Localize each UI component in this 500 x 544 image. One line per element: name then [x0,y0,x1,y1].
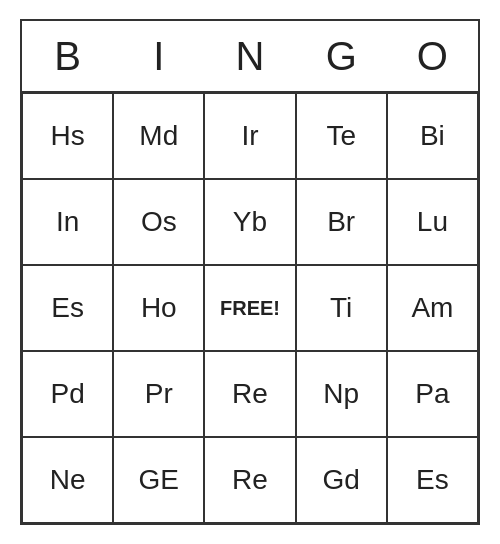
bingo-card: BINGO HsMdIrTeBiInOsYbBrLuEsHoFREE!TiAmP… [20,19,480,525]
cell-r2-c4: Am [387,265,478,351]
cell-r3-c4: Pa [387,351,478,437]
cell-r1-c2: Yb [204,179,295,265]
cell-r0-c3: Te [296,93,387,179]
cell-r3-c0: Pd [22,351,113,437]
header-letter-I: I [113,21,204,91]
header-letter-G: G [296,21,387,91]
cell-r4-c4: Es [387,437,478,523]
header-letter-B: B [22,21,113,91]
cell-r3-c1: Pr [113,351,204,437]
bingo-grid: HsMdIrTeBiInOsYbBrLuEsHoFREE!TiAmPdPrReN… [22,93,478,523]
cell-r1-c1: Os [113,179,204,265]
cell-r2-c2: FREE! [204,265,295,351]
cell-r4-c1: GE [113,437,204,523]
cell-r1-c4: Lu [387,179,478,265]
header-letter-O: O [387,21,478,91]
cell-r2-c1: Ho [113,265,204,351]
cell-r3-c2: Re [204,351,295,437]
cell-r2-c0: Es [22,265,113,351]
cell-r3-c3: Np [296,351,387,437]
cell-r2-c3: Ti [296,265,387,351]
cell-r4-c3: Gd [296,437,387,523]
cell-r0-c2: Ir [204,93,295,179]
cell-r4-c2: Re [204,437,295,523]
cell-r0-c0: Hs [22,93,113,179]
cell-r1-c3: Br [296,179,387,265]
cell-r0-c4: Bi [387,93,478,179]
cell-r1-c0: In [22,179,113,265]
header-letter-N: N [204,21,295,91]
bingo-header: BINGO [22,21,478,93]
cell-r4-c0: Ne [22,437,113,523]
cell-r0-c1: Md [113,93,204,179]
